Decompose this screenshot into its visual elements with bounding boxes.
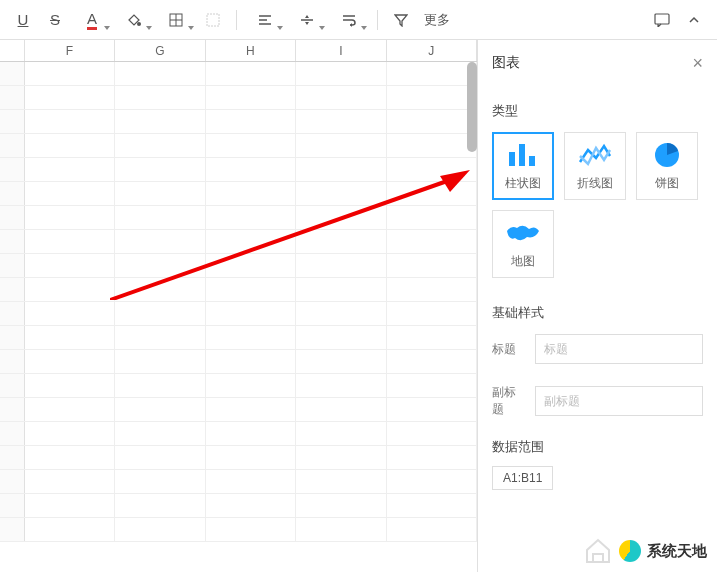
svg-rect-14 bbox=[519, 144, 525, 166]
chart-type-label: 饼图 bbox=[655, 175, 679, 192]
chart-type-line[interactable]: 折线图 bbox=[564, 132, 626, 200]
range-label: 数据范围 bbox=[492, 438, 703, 456]
horizontal-align-button[interactable] bbox=[245, 6, 285, 34]
watermark-text: 系统天地 bbox=[647, 542, 707, 561]
chart-type-pie[interactable]: 饼图 bbox=[636, 132, 698, 200]
chart-type-label: 地图 bbox=[511, 253, 535, 270]
merge-icon bbox=[206, 13, 220, 27]
svg-rect-15 bbox=[529, 156, 535, 166]
column-header[interactable]: H bbox=[206, 40, 296, 61]
collapse-button[interactable] bbox=[679, 6, 709, 34]
comment-icon bbox=[654, 13, 670, 27]
text-wrap-button[interactable] bbox=[329, 6, 369, 34]
align-h-icon bbox=[257, 13, 273, 27]
fill-color-button[interactable] bbox=[114, 6, 154, 34]
wrap-icon bbox=[341, 13, 357, 27]
title-input[interactable] bbox=[535, 334, 703, 364]
column-header[interactable]: J bbox=[387, 40, 477, 61]
more-label: 更多 bbox=[424, 11, 450, 29]
strikethrough-icon: S bbox=[50, 11, 60, 28]
chart-type-map[interactable]: 地图 bbox=[492, 210, 554, 278]
svg-rect-4 bbox=[207, 14, 219, 26]
merge-cells-button[interactable] bbox=[198, 6, 228, 34]
chart-type-label: 柱状图 bbox=[505, 175, 541, 192]
workarea: F G H I J bbox=[0, 40, 717, 572]
pie-chart-icon bbox=[649, 141, 685, 169]
svg-point-0 bbox=[137, 22, 141, 26]
line-chart-icon bbox=[577, 141, 613, 169]
subtitle-input[interactable] bbox=[535, 386, 703, 416]
close-panel-button[interactable]: × bbox=[692, 54, 703, 72]
chart-type-bar[interactable]: 柱状图 bbox=[492, 132, 554, 200]
underline-icon: U bbox=[18, 11, 29, 28]
column-headers: F G H I J bbox=[0, 40, 477, 62]
font-color-button[interactable]: A bbox=[72, 6, 112, 34]
border-button[interactable] bbox=[156, 6, 196, 34]
panel-title: 图表 bbox=[492, 54, 520, 72]
chart-type-list: 柱状图 折线图 饼图 地图 bbox=[492, 132, 703, 278]
filter-icon bbox=[394, 13, 408, 27]
chevron-up-icon bbox=[688, 14, 700, 26]
toolbar-separator bbox=[236, 10, 237, 30]
comment-button[interactable] bbox=[647, 6, 677, 34]
toolbar-separator bbox=[377, 10, 378, 30]
grid[interactable] bbox=[0, 62, 477, 572]
align-v-icon bbox=[299, 13, 315, 27]
svg-rect-13 bbox=[509, 152, 515, 166]
font-color-icon: A bbox=[87, 10, 97, 30]
watermark-logo-icon bbox=[619, 540, 641, 562]
column-header[interactable]: I bbox=[296, 40, 386, 61]
watermark-house-icon bbox=[583, 538, 613, 564]
close-icon: × bbox=[692, 53, 703, 73]
watermark: 系统天地 bbox=[579, 536, 711, 566]
spreadsheet[interactable]: F G H I J bbox=[0, 40, 477, 572]
map-chart-icon bbox=[505, 219, 541, 247]
vertical-scrollbar[interactable] bbox=[467, 62, 477, 152]
data-range-value: A1:B11 bbox=[503, 471, 542, 485]
column-header[interactable]: F bbox=[25, 40, 115, 61]
chart-type-label: 折线图 bbox=[577, 175, 613, 192]
filter-button[interactable] bbox=[386, 6, 416, 34]
title-field-label: 标题 bbox=[492, 341, 523, 358]
border-icon bbox=[169, 13, 183, 27]
section-type-label: 类型 bbox=[492, 102, 703, 120]
strikethrough-button[interactable]: S bbox=[40, 6, 70, 34]
subtitle-field-label: 副标题 bbox=[492, 384, 523, 418]
data-range-box[interactable]: A1:B11 bbox=[492, 466, 553, 490]
toolbar: U S A 更多 bbox=[0, 0, 717, 40]
svg-rect-10 bbox=[655, 14, 669, 24]
paint-bucket-icon bbox=[126, 12, 142, 28]
underline-button[interactable]: U bbox=[8, 6, 38, 34]
column-header[interactable]: G bbox=[115, 40, 205, 61]
bar-chart-icon bbox=[505, 141, 541, 169]
more-button[interactable]: 更多 bbox=[418, 11, 460, 29]
chart-panel: 图表 × 类型 柱状图 折线图 bbox=[477, 40, 717, 572]
vertical-align-button[interactable] bbox=[287, 6, 327, 34]
column-header[interactable] bbox=[0, 40, 25, 61]
section-style-label: 基础样式 bbox=[492, 304, 703, 322]
